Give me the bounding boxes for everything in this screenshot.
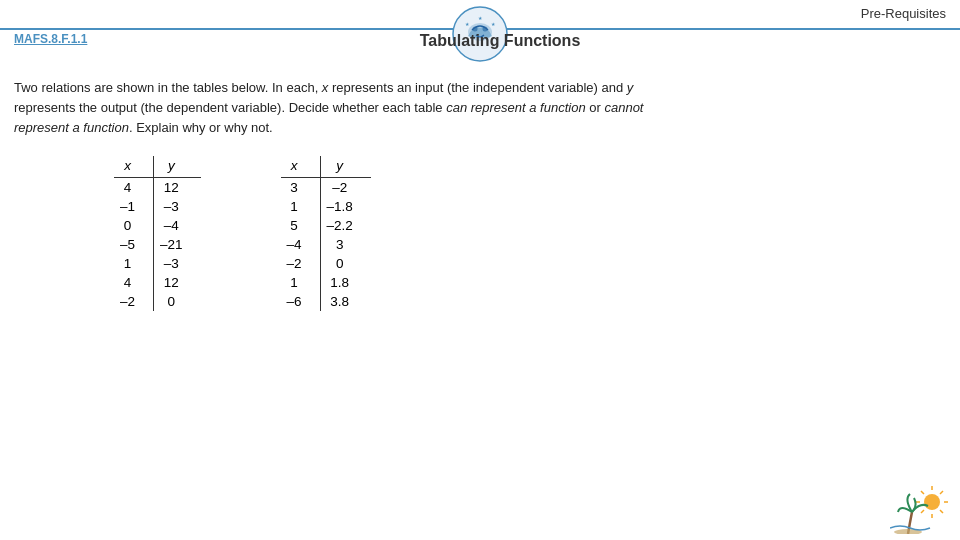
table-cell: –2.2 <box>320 216 371 235</box>
svg-line-13 <box>940 510 943 513</box>
svg-point-7 <box>924 494 940 510</box>
table-cell: 3.8 <box>320 292 371 311</box>
table-1: x y 412–1–30–4–5–211–3412–20 <box>114 156 201 311</box>
table-row: 412 <box>114 273 201 292</box>
table1-col2-header: y <box>154 156 201 178</box>
table-2: x y 3–21–1.85–2.2–43–2011.8–63.8 <box>281 156 371 311</box>
svg-line-14 <box>940 491 943 494</box>
table-cell: –4 <box>281 235 321 254</box>
table-cell: –5 <box>114 235 154 254</box>
table-cell: –1.8 <box>320 197 371 216</box>
table-cell: 3 <box>320 235 371 254</box>
table-cell: 1 <box>281 273 321 292</box>
table-cell: 1 <box>281 197 321 216</box>
table-cell: 0 <box>114 216 154 235</box>
table1-col1-header: x <box>114 156 154 178</box>
tab-title: Tabulating Functions <box>420 32 581 50</box>
table-cell: 5 <box>281 216 321 235</box>
table-cell: –2 <box>114 292 154 311</box>
table-row: –1–3 <box>114 197 201 216</box>
table2-col1-header: x <box>281 156 321 178</box>
table-row: 412 <box>114 178 201 198</box>
table-row: –20 <box>114 292 201 311</box>
table-cell: –21 <box>154 235 201 254</box>
table-cell: –3 <box>154 254 201 273</box>
table-cell: 3 <box>281 178 321 198</box>
table-cell: 12 <box>154 273 201 292</box>
table-cell: –6 <box>281 292 321 311</box>
main-content: Two relations are shown in the tables be… <box>14 78 946 500</box>
svg-point-2 <box>473 27 478 32</box>
table-cell: 0 <box>154 292 201 311</box>
table-cell: 0 <box>320 254 371 273</box>
table-row: –63.8 <box>281 292 371 311</box>
mafs-label[interactable]: MAFS.8.F.1.1 <box>14 32 87 46</box>
svg-point-3 <box>483 27 488 32</box>
table2-col2-header: y <box>320 156 371 178</box>
table-row: 1–3 <box>114 254 201 273</box>
table-cell: –4 <box>154 216 201 235</box>
table-row: –5–21 <box>114 235 201 254</box>
table-cell: 12 <box>154 178 201 198</box>
tables-container: x y 412–1–30–4–5–211–3412–20 x y 3–21–1.… <box>114 156 946 311</box>
table-cell: –3 <box>154 197 201 216</box>
table-cell: –1 <box>114 197 154 216</box>
table-row: –20 <box>281 254 371 273</box>
svg-line-15 <box>921 510 924 513</box>
table-cell: –2 <box>320 178 371 198</box>
table-cell: –2 <box>281 254 321 273</box>
table-row: 3–2 <box>281 178 371 198</box>
svg-line-12 <box>921 491 924 494</box>
bottom-decoration: Clipart <box>890 484 950 534</box>
table-row: 5–2.2 <box>281 216 371 235</box>
table-cell: 1.8 <box>320 273 371 292</box>
table-cell: 4 <box>114 273 154 292</box>
header: Pre-Requisites ★ ★ ★ MAFS.8.F.1.1 Tabula… <box>0 0 960 75</box>
prereq-label: Pre-Requisites <box>861 6 946 21</box>
table-row: 1–1.8 <box>281 197 371 216</box>
table-row: –43 <box>281 235 371 254</box>
table-cell: 4 <box>114 178 154 198</box>
table-row: 0–4 <box>114 216 201 235</box>
table-cell: 1 <box>114 254 154 273</box>
table-row: 11.8 <box>281 273 371 292</box>
intro-text: Two relations are shown in the tables be… <box>14 78 946 138</box>
